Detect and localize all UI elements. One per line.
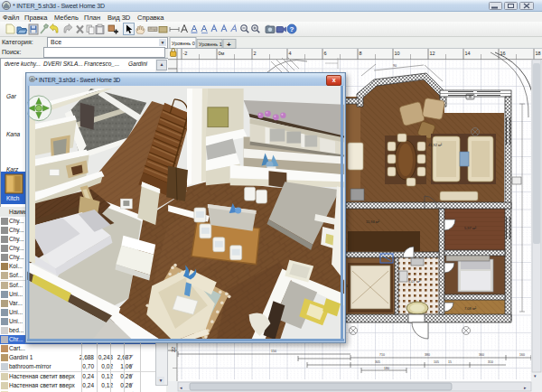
svg-text:18: 18 xyxy=(536,51,541,56)
svg-text:11,94 м²: 11,94 м² xyxy=(366,219,380,224)
svg-text:4: 4 xyxy=(289,51,292,56)
svg-text:41,92 м²: 41,92 м² xyxy=(428,143,443,147)
svg-text:310: 310 xyxy=(488,360,493,364)
svg-text:380: 380 xyxy=(425,353,430,357)
svg-text:Уровень 0: Уровень 0 xyxy=(172,41,195,46)
svg-text:?: ? xyxy=(290,25,294,33)
svg-text:12: 12 xyxy=(430,51,435,56)
svg-text:5,97 м²: 5,97 м² xyxy=(464,226,477,230)
svg-text:-2: -2 xyxy=(183,51,188,56)
svg-text:8: 8 xyxy=(360,51,362,56)
svg-text:6,07 м²: 6,07 м² xyxy=(408,279,421,284)
svg-text:360: 360 xyxy=(479,353,484,357)
svg-text:7,08 м²: 7,08 м² xyxy=(464,306,477,311)
svg-text:6: 6 xyxy=(324,51,327,56)
svg-text:105: 105 xyxy=(434,360,439,364)
svg-text:180: 180 xyxy=(384,367,389,370)
svg-text:10: 10 xyxy=(395,51,400,56)
svg-text:2: 2 xyxy=(254,51,257,56)
svg-text:160: 160 xyxy=(519,353,525,357)
svg-text:0м: 0м xyxy=(219,51,225,56)
svg-text:14: 14 xyxy=(465,51,471,56)
svg-text:22: 22 xyxy=(171,347,176,352)
svg-text:15: 15 xyxy=(448,360,452,364)
svg-text:90: 90 xyxy=(393,64,397,68)
svg-text:305: 305 xyxy=(375,360,380,364)
svg-text:150: 150 xyxy=(271,350,276,353)
svg-text:Уровень 1: Уровень 1 xyxy=(199,42,222,47)
svg-text:+: + xyxy=(227,41,231,49)
svg-text:710: 710 xyxy=(379,353,385,357)
